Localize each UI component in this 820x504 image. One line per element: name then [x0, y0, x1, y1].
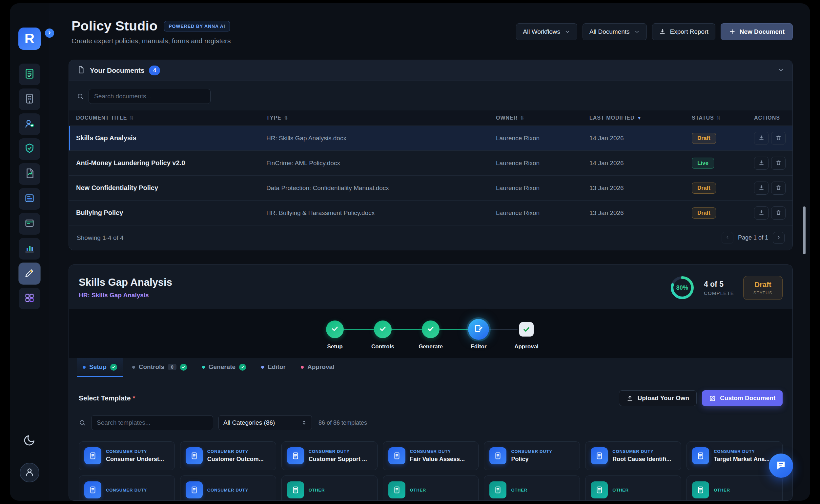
documents-count-badge: 4: [149, 66, 160, 75]
document-detail-panel: Skills Gap Analysis HR: Skills Gap Analy…: [68, 264, 793, 501]
template-card[interactable]: CONSUMER DUTYFair Value Assess...: [383, 441, 479, 470]
delete-document-button[interactable]: [771, 132, 786, 145]
template-card[interactable]: OTHER: [585, 475, 681, 501]
export-report-button[interactable]: Export Report: [652, 23, 715, 40]
status-value: Draft: [751, 281, 775, 289]
template-category: OTHER: [309, 488, 325, 493]
download-document-button[interactable]: [754, 182, 769, 195]
template-card[interactable]: OTHER: [282, 475, 378, 501]
column-header-owner[interactable]: OWNER⇅: [496, 115, 589, 121]
sidebar-item-policy-studio[interactable]: [19, 263, 40, 284]
chat-assistant-button[interactable]: [769, 454, 793, 478]
sidebar-nav: [19, 64, 40, 309]
tab-dot-icon: [83, 366, 86, 369]
tab-generate[interactable]: Generate: [196, 358, 252, 377]
template-search-input[interactable]: [91, 415, 213, 430]
delete-document-button[interactable]: [771, 206, 786, 220]
trash-icon: [775, 184, 782, 192]
template-card[interactable]: CONSUMER DUTYPolicy: [484, 441, 580, 470]
column-header-type[interactable]: TYPE⇅: [266, 115, 496, 121]
delete-document-button[interactable]: [771, 157, 786, 170]
step-generate[interactable]: Generate: [407, 319, 455, 350]
status-badge: Draft: [692, 207, 716, 219]
sidebar-item-organisation[interactable]: [19, 88, 40, 110]
users-check-icon: [24, 118, 35, 131]
sidebar-item-registers-card[interactable]: [19, 213, 40, 235]
document-owner-cell: Laurence Rixon: [496, 209, 589, 217]
tab-controls[interactable]: Controls 0: [126, 358, 193, 377]
delete-document-button[interactable]: [771, 182, 786, 195]
template-card[interactable]: CONSUMER DUTY: [180, 475, 276, 501]
previous-page-button[interactable]: [722, 232, 733, 244]
template-card[interactable]: CONSUMER DUTYCustomer Outcom...: [180, 441, 276, 470]
download-document-button[interactable]: [754, 157, 769, 170]
template-category: CONSUMER DUTY: [511, 449, 552, 454]
workflows-filter-dropdown[interactable]: All Workflows: [516, 23, 577, 40]
step-approval[interactable]: Approval: [502, 319, 550, 350]
user-avatar[interactable]: [20, 463, 39, 482]
sidebar: R: [10, 3, 49, 501]
documents-filter-dropdown[interactable]: All Documents: [582, 23, 647, 40]
template-cards-grid: CONSUMER DUTYConsumer Underst... CONSUME…: [69, 430, 792, 470]
sidebar-item-policies[interactable]: [19, 163, 40, 185]
trash-icon: [775, 209, 782, 217]
template-card[interactable]: CONSUMER DUTYRoot Cause Identifi...: [585, 441, 681, 470]
template-document-icon: [692, 447, 709, 464]
tab-approval[interactable]: Approval: [295, 358, 340, 377]
template-card[interactable]: CONSUMER DUTY: [79, 475, 175, 501]
sidebar-expand-button[interactable]: [44, 28, 55, 39]
showing-count-text: Showing 1-4 of 4: [77, 234, 124, 242]
tab-setup[interactable]: Setup: [77, 358, 123, 377]
plus-icon: [729, 28, 736, 35]
step-setup[interactable]: Setup: [311, 319, 359, 350]
template-card[interactable]: CONSUMER DUTYCustomer Support ...: [282, 441, 378, 470]
bar-chart-icon: [24, 242, 35, 255]
template-section-header: Select Template* Upload Your Own Custom …: [69, 377, 792, 406]
tab-complete-check-icon: [180, 364, 187, 371]
sidebar-item-analytics[interactable]: [19, 238, 40, 260]
scrollbar-thumb[interactable]: [803, 206, 806, 254]
template-card[interactable]: OTHER: [484, 475, 580, 501]
document-title-cell: New Confidentiality Policy: [76, 184, 266, 192]
step-controls[interactable]: Controls: [359, 319, 407, 350]
step-label: Generate: [419, 343, 443, 350]
template-card[interactable]: CONSUMER DUTYConsumer Underst...: [79, 441, 175, 470]
download-document-button[interactable]: [754, 132, 769, 145]
step-editor[interactable]: Editor: [455, 319, 502, 350]
tab-editor[interactable]: Editor: [255, 358, 292, 377]
new-document-button[interactable]: New Document: [721, 23, 793, 40]
table-row[interactable]: Anti-Money Laundering Policy v2.0 FinCri…: [69, 150, 792, 175]
sidebar-item-forms[interactable]: [19, 64, 40, 85]
table-row[interactable]: Skills Gap Analysis HR: Skills Gap Analy…: [69, 126, 792, 150]
template-card[interactable]: CONSUMER DUTYTarget Market Ana...: [687, 441, 783, 470]
sidebar-item-users[interactable]: [19, 113, 40, 135]
documents-search-input[interactable]: [88, 89, 211, 104]
sidebar-item-registers-grid[interactable]: [19, 288, 40, 309]
column-header-title[interactable]: DOCUMENT TITLE⇅: [76, 115, 266, 121]
upload-your-own-button[interactable]: Upload Your Own: [619, 390, 697, 406]
template-card[interactable]: OTHER: [383, 475, 479, 501]
sidebar-item-news[interactable]: [19, 188, 40, 210]
detail-subtitle-link[interactable]: HR: Skills Gap Analysis: [79, 292, 172, 299]
download-document-button[interactable]: [754, 206, 769, 220]
document-modified-cell: 14 Jan 2026: [589, 160, 692, 167]
category-select-dropdown[interactable]: All Categories (86): [219, 415, 312, 430]
theme-toggle-button[interactable]: [23, 434, 36, 448]
template-card[interactable]: OTHER: [687, 475, 783, 501]
tab-label: Generate: [209, 363, 236, 371]
app-logo[interactable]: R: [18, 28, 41, 50]
sort-icon: ⇅: [284, 115, 288, 121]
column-header-modified[interactable]: LAST MODIFIED▼: [589, 115, 692, 121]
column-header-status[interactable]: STATUS⇅: [692, 115, 754, 121]
table-row[interactable]: New Confidentiality Policy Data Protecti…: [69, 175, 792, 200]
custom-document-button[interactable]: Custom Document: [702, 390, 783, 406]
table-row[interactable]: Bullying Policy HR: Bullying & Harassmen…: [69, 200, 792, 225]
sidebar-item-compliance[interactable]: [19, 138, 40, 160]
tab-dot-icon: [261, 366, 264, 369]
collapse-panel-button[interactable]: [777, 66, 785, 74]
next-page-button[interactable]: [773, 232, 785, 244]
template-title: Fair Value Assess...: [410, 456, 465, 463]
document-sync-icon: [24, 167, 35, 181]
sort-descending-icon: ▼: [637, 116, 642, 121]
template-category: CONSUMER DUTY: [714, 449, 770, 454]
